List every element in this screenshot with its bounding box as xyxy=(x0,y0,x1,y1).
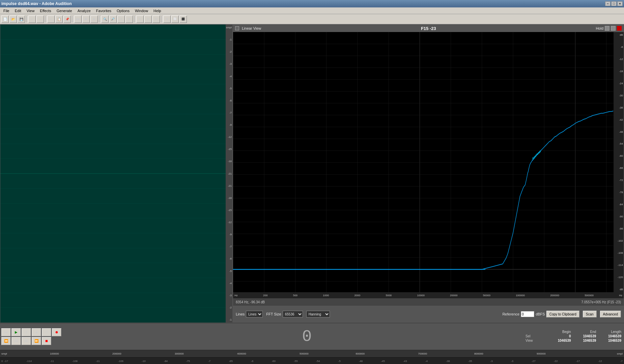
menu-view[interactable]: View xyxy=(25,8,37,13)
view-begin: 1046539 xyxy=(547,339,571,342)
hz-200k: 200000 xyxy=(550,294,559,297)
copy-clipboard-button[interactable]: Copy to Clipboard xyxy=(546,311,579,317)
menu-options[interactable]: Options xyxy=(115,8,132,13)
tb-open[interactable]: 📂 xyxy=(9,16,17,23)
hz-label-left: Hz xyxy=(234,294,238,297)
menu-help[interactable]: Help xyxy=(151,8,163,13)
tb-zoom-in[interactable]: 🔍 xyxy=(101,16,109,23)
tb-btn12[interactable]: ⬜ xyxy=(171,16,179,23)
tb-btn6[interactable]: ⏹ xyxy=(82,16,90,23)
tb-btn13[interactable]: ⬛ xyxy=(179,16,187,23)
y-m5: -5 xyxy=(226,87,232,90)
col-header-end: Begin xyxy=(547,330,571,334)
btn-prev[interactable]: ⏮ xyxy=(11,337,21,345)
btn-skip-back[interactable]: ⏪ xyxy=(1,337,11,345)
reference-input[interactable]: 0 xyxy=(521,311,534,317)
menu-bar: File Edit View Effects Generate Analyze … xyxy=(0,7,624,14)
time-value: 0 xyxy=(302,328,312,346)
spectrum-controls: Lines Lines Bars Area FFT Size 65536 327… xyxy=(233,306,624,323)
y-m5b: -5 xyxy=(226,270,232,273)
hz-axis: Hz 200 500 1000 2000 5000 10000 20000 50… xyxy=(233,292,624,298)
sel-row: Sel 0 1046539 1046539 xyxy=(526,334,621,338)
spectrum-status-left: 8354 Hz, -96.34 dB xyxy=(236,300,265,304)
tb-undo[interactable]: ↩ xyxy=(28,16,36,23)
menu-window[interactable]: Window xyxy=(133,8,150,13)
tb-btn5[interactable]: ▶▶ xyxy=(74,16,82,23)
btn-loop[interactable]: ↻ xyxy=(42,328,51,336)
btn-return-start[interactable]: ⏮ xyxy=(1,328,11,336)
hold-btn1[interactable] xyxy=(605,26,609,31)
menu-file[interactable]: File xyxy=(1,8,11,13)
vu-zero: 0 xyxy=(1,360,3,363)
advanced-button[interactable]: Advanced xyxy=(600,311,621,317)
tb-btn10[interactable]: ⊠ xyxy=(152,16,160,23)
col-header-begin xyxy=(526,330,546,334)
tb-paste[interactable]: 📌 xyxy=(63,16,71,23)
menu-analyze[interactable]: Analyze xyxy=(76,8,93,13)
tb-redo[interactable]: ↪ xyxy=(36,16,44,23)
tb-btn8[interactable]: ⊡ xyxy=(136,16,144,23)
lines-select[interactable]: Lines Bars Area xyxy=(246,311,263,317)
menu-favorites[interactable]: Favorites xyxy=(94,8,113,13)
timeline-100k: 100000 xyxy=(50,352,59,355)
tb-btn9[interactable]: ⊟ xyxy=(144,16,152,23)
fft-select[interactable]: 65536 32768 16384 xyxy=(283,311,303,317)
spectrum-graph xyxy=(233,32,624,292)
tb-sep3 xyxy=(72,16,73,23)
tb-sep6 xyxy=(161,16,162,23)
y-m1: -1 xyxy=(226,38,232,41)
btn-next[interactable]: ⏭ xyxy=(22,337,31,345)
y-m2b: -2 xyxy=(226,306,232,309)
spectrum-plot-area[interactable]: dB -6 -12 -18 -24 -30 -36 -42 -48 -54 -6… xyxy=(233,32,624,292)
tb-btn7[interactable]: ⏺ xyxy=(90,16,98,23)
menu-generate[interactable]: Generate xyxy=(55,8,74,13)
menu-effects[interactable]: Effects xyxy=(38,8,53,13)
btn-stop[interactable]: ■ xyxy=(32,328,41,336)
dbfs-label: dBFS xyxy=(536,312,545,316)
tb-zoom-full[interactable]: ⊞ xyxy=(125,16,133,23)
tb-cut[interactable]: ✂ xyxy=(47,16,55,23)
hz-50k: 50000 xyxy=(483,294,490,297)
transport-row-2: ⏪ ⏮ ⏭ ⏩ ⏹ xyxy=(1,337,90,345)
waveform-canvas[interactable] xyxy=(0,25,226,323)
menu-edit[interactable]: Edit xyxy=(13,8,23,13)
transport-controls: ⏮ ▶ ⏸ ■ ↻ ⏺ ⏪ ⏮ ⏭ ⏩ ⏹ xyxy=(0,327,91,346)
vu-area: 0 -17 -114 -11 -108 -11 -106 -10 -84 -75… xyxy=(0,357,624,364)
time-display: 0 xyxy=(91,328,523,346)
hz-1k: 1000 xyxy=(323,294,329,297)
spectrum-checkbox[interactable] xyxy=(235,26,239,30)
close-button[interactable]: × xyxy=(617,1,623,6)
tb-sep4 xyxy=(99,16,100,23)
tb-copy[interactable]: 📋 xyxy=(55,16,63,23)
spectrum-status-right: 7.0557e+005 Hz (F15 -23) xyxy=(581,300,621,304)
spectrum-freq-display: F15 -23 xyxy=(421,26,436,31)
tb-new[interactable]: 📄 xyxy=(1,16,9,23)
minimize-button[interactable]: − xyxy=(605,1,611,6)
time-info-right: Begin End Length Sel 0 1046539 1046539 V… xyxy=(523,329,624,344)
tb-btn11[interactable]: ⧉ xyxy=(163,16,171,23)
hold-close-btn[interactable] xyxy=(617,26,622,31)
window-select[interactable]: Hanning Hamming Blackman xyxy=(306,311,330,317)
waveform-panel[interactable]: smpl -1 -2 -3 -4 -5 -6 -7 -9 -12 -15 -18… xyxy=(0,24,233,323)
hz-5k: 5000 xyxy=(386,294,392,297)
tb-zoom-sel[interactable]: ⊕ xyxy=(117,16,125,23)
btn-play[interactable]: ▶ xyxy=(11,328,21,336)
tb-save[interactable]: 💾 xyxy=(18,16,25,23)
y-m15: -15 xyxy=(226,148,232,151)
view-length: 1046539 xyxy=(598,339,621,342)
tb-zoom-out[interactable]: 🔎 xyxy=(109,16,117,23)
spectrum-hold-controls: Hold xyxy=(596,26,622,31)
y-m6: -6 xyxy=(226,99,232,102)
lines-control: Lines Lines Bars Area xyxy=(236,311,263,317)
btn-skip-fwd[interactable]: ⏩ xyxy=(32,337,41,345)
app-title: impulse dsd64.wav - Adobe Audition xyxy=(1,1,72,6)
btn-end[interactable]: ⏹ xyxy=(42,337,51,345)
btn-record[interactable]: ⏺ xyxy=(52,328,61,336)
scan-button[interactable]: Scan xyxy=(583,311,597,317)
btn-pause[interactable]: ⏸ xyxy=(22,328,31,336)
col-length-label: Length xyxy=(598,330,621,334)
timeline-700k: 700000 xyxy=(418,352,427,355)
main-content: smpl -1 -2 -3 -4 -5 -6 -7 -9 -12 -15 -18… xyxy=(0,24,624,323)
maximize-button[interactable]: □ xyxy=(611,1,617,6)
hold-btn2[interactable] xyxy=(611,26,616,31)
